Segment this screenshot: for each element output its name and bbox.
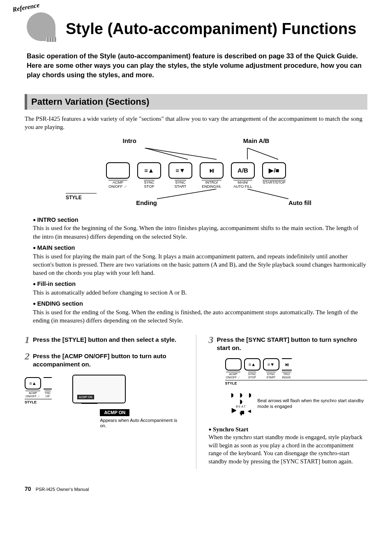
left-column: 1 Press the [STYLE] button and then sele…: [25, 335, 184, 469]
panel-btn-acmp: ACMP ON/OFF ⟋: [106, 162, 130, 189]
start-stop-label: START/STOP: [263, 180, 286, 185]
bullet-body-fillin: This is automatically added before chang…: [33, 288, 367, 297]
beat-block: ◗ ◗ ◗ ◗ BEAT ⯈ ▄ ◀ ▼ Beat arrows will fl…: [229, 391, 368, 417]
section-heading: Pattern Variation (Sections): [25, 94, 367, 110]
intro-line-2: Here are some other ways you can play th…: [27, 61, 367, 80]
intro-block: Basic operation of the Style (auto-accom…: [25, 51, 367, 80]
step-3-number: 3: [209, 335, 214, 352]
step2-sync-icon: [44, 377, 52, 389]
sync-start-label: SYNC START: [175, 180, 187, 189]
s3-btn3-label: SYNC START: [266, 372, 275, 379]
reference-badge: Reference: [25, 6, 62, 43]
s3-btn4-label: TRO/ ING/rit.: [282, 372, 291, 379]
step-2-text: Press the [ACMP ON/OFF] button to turn a…: [33, 351, 184, 368]
diagram-label-intro: Intro: [123, 137, 136, 145]
beat-icon: ◗ ◗ ◗ ◗ BEAT ⯈ ▄ ◀ ▼: [229, 391, 254, 417]
panel-btn-sync-start: ≡▼ SYNC START: [168, 162, 192, 189]
svg-line-5: [247, 189, 288, 199]
diagram-label-main-ab: Main A/B: [243, 137, 270, 145]
piano-icon: [27, 12, 55, 41]
s3-btn1-label: ACMP ON/OFF ⟋: [226, 372, 240, 379]
panel-btn-sync-stop: ≡▲ SYNC STOP: [137, 162, 161, 189]
step2-acmp-label: ACMP ON/OFF ⟋: [25, 391, 40, 398]
acmp-button-icon: [106, 162, 130, 179]
bullet-body-intro: This is used for the beginning of the So…: [33, 224, 367, 241]
page-footer: 70 PSR-I425 Owner's Manual: [25, 485, 367, 493]
acmp-button-label: ACMP ON/OFF ⟋: [108, 180, 127, 189]
bullet-body-ending: This is used for the ending of the Song.…: [33, 308, 367, 325]
beat-caption: Beat arrows will flash when the synchro …: [258, 398, 367, 410]
leader-line: [81, 403, 97, 404]
bullet-head-ending: ENDING section: [33, 300, 367, 308]
svg-line-3: [247, 148, 278, 159]
acmp-caption: Appears when Auto Accompaniment is on.: [100, 418, 183, 428]
s3-btn2-label: SYNC STOP: [248, 372, 256, 379]
lcd-screen: ACMP ON: [72, 375, 126, 403]
sync-stop-label: SYNC STOP: [144, 180, 154, 189]
lcd-acmp-pill: ACMP ON: [77, 395, 94, 399]
sync-stop-icon: ≡▲: [137, 162, 161, 179]
intro-ending-label: INTRO/ ENDING/rit.: [202, 180, 221, 189]
s3-btn4-icon: ⏯: [282, 358, 292, 371]
intro-ending-icon: ⏯: [200, 162, 224, 179]
bullet-head-main: MAIN section: [33, 244, 367, 252]
s3-btn2-icon: ≡▲: [244, 358, 261, 371]
step-3-panel: ACMP ON/OFF ⟋ ≡▲SYNC STOP ≡▼SYNC START ⏯…: [225, 358, 368, 386]
book-title: PSR-I425 Owner's Manual: [36, 487, 89, 492]
reference-badge-text: Reference: [12, 0, 40, 14]
column-divider: [196, 335, 196, 469]
panel-btn-main-autofill: A/B MAIN/ AUTO FILL: [231, 162, 255, 189]
main-autofill-icon: A/B: [231, 162, 255, 179]
panel-diagram: Intro Main A/B ACMP ON/OFF ⟋ ≡▲ SYNC STO…: [25, 137, 367, 207]
panel-btn-start-stop: ▶/■ START/STOP: [262, 162, 286, 185]
intro-line-1: Basic operation of the Style (auto-accom…: [27, 51, 367, 61]
page-number: 70: [25, 486, 31, 492]
step-3-text: Press the [SYNC START] button to turn sy…: [217, 335, 368, 352]
sync-start-icon: ≡▼: [168, 162, 192, 179]
synchro-start-body: When the synchro start standby mode is e…: [209, 433, 368, 465]
step-1-text: Press the [STYLE] button and then select…: [33, 335, 176, 345]
right-column: 3 Press the [SYNC START] button to turn …: [209, 335, 368, 469]
synchro-start-head: Synchro Start: [209, 426, 368, 434]
bullet-body-main: This is used for playing the main part o…: [33, 252, 367, 277]
section-lead: The PSR-I425 features a wide variety of …: [25, 115, 367, 131]
main-autofill-label: MAIN/ AUTO FILL: [233, 180, 252, 189]
diagram-label-autofill: Auto fill: [288, 199, 311, 207]
diagram-lines-top: [65, 148, 327, 160]
bullet-head-intro: INTRO section: [33, 216, 367, 224]
step-1-number: 1: [25, 335, 30, 345]
step2-acmp-icon: ≡▲: [25, 377, 41, 389]
acmp-on-badge: ACMP ON: [100, 409, 129, 416]
step2-style-label: STYLE: [25, 399, 52, 405]
step3-style-label: STYLE: [225, 380, 368, 386]
step-2-lcd-block: ACMP ON ACMP ON Appears when Auto Accomp…: [72, 375, 184, 428]
diagram-label-ending: Ending: [136, 199, 157, 207]
bullet-head-fillin: Fill-in section: [33, 280, 367, 288]
panel-btn-intro-ending: ⏯ INTRO/ ENDING/rit.: [200, 162, 224, 189]
s3-btn3-icon: ≡▼: [263, 358, 279, 371]
page-title: Style (Auto-accompaniment) Functions: [66, 12, 356, 39]
s3-btn1-icon: [225, 358, 242, 371]
step-2-number: 2: [25, 351, 30, 368]
diagram-lines-bottom: [65, 189, 327, 200]
step-2-panel: ≡▲ ACMP ON/OFF ⟋ YNC OP STYLE: [25, 375, 52, 405]
step2-sync-label: YNC OP: [45, 391, 51, 398]
svg-line-4: [157, 189, 217, 199]
start-stop-icon: ▶/■: [262, 162, 286, 179]
